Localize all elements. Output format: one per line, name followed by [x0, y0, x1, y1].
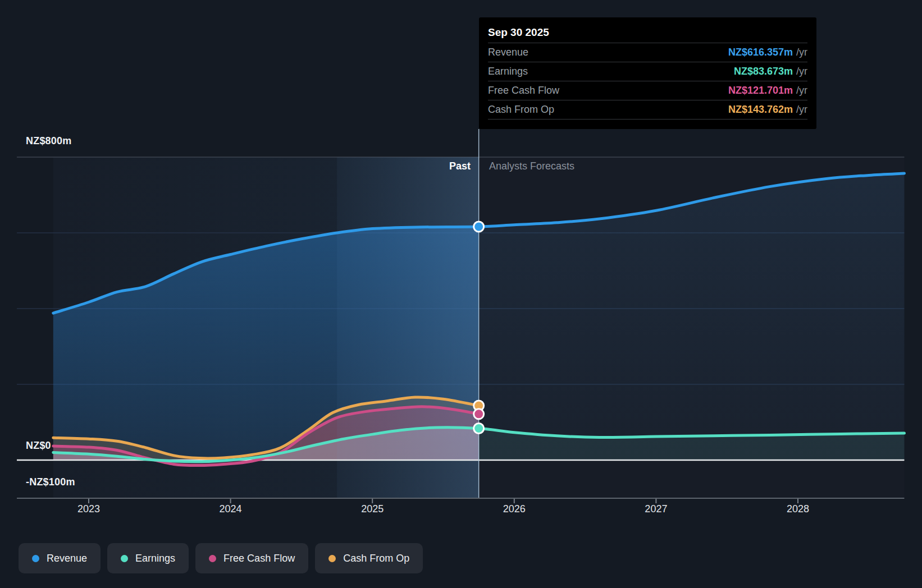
revenue-marker-dot [474, 222, 484, 232]
legend-item-fcf[interactable]: Free Cash Flow [195, 543, 308, 573]
chart-legend: Revenue Earnings Free Cash Flow Cash Fro… [19, 543, 423, 573]
x-tick-2025: 2025 [361, 503, 384, 515]
legend-item-cashfromop[interactable]: Cash From Op [315, 543, 423, 573]
legend-item-revenue[interactable]: Revenue [19, 543, 101, 573]
free_cash_flow-marker-dot [474, 409, 484, 419]
x-tick-2023: 2023 [77, 503, 100, 515]
tooltip-row-cashfromop: Cash From Op NZ$143.762m/yr [488, 100, 807, 120]
x-tick-2026: 2026 [503, 503, 526, 515]
tooltip-fcf-value: NZ$121.701m [728, 85, 793, 96]
x-tick-2028: 2028 [787, 503, 809, 515]
legend-label-earnings: Earnings [135, 553, 175, 564]
tooltip-date: Sep 30 2025 [488, 23, 807, 43]
forecast-section-label: Analysts Forecasts [489, 160, 574, 172]
tooltip-cashfromop-value: NZ$143.762m [728, 104, 793, 115]
past-section-label: Past [393, 160, 471, 172]
tooltip-row-revenue: Revenue NZ$616.357m/yr [488, 43, 807, 62]
tooltip-earnings-value: NZ$83.673m [734, 66, 793, 77]
x-tick-2024: 2024 [220, 503, 242, 515]
y-axis-label-zero: NZ$0 [26, 440, 51, 452]
hover-tooltip: Sep 30 2025 Revenue NZ$616.357m/yr Earni… [479, 17, 816, 129]
tooltip-revenue-value: NZ$616.357m [728, 47, 793, 58]
y-axis-label-neg100m: -NZ$100m [26, 476, 75, 488]
earnings-marker-dot [474, 424, 484, 434]
cashfromop-legend-dot-icon [328, 555, 336, 562]
last-year-highlight-band [337, 157, 479, 498]
y-axis-label-800m: NZ$800m [26, 135, 71, 147]
tooltip-row-earnings: Earnings NZ$83.673m/yr [488, 62, 807, 81]
legend-label-cashfromop: Cash From Op [343, 553, 409, 564]
revenue-legend-dot-icon [32, 555, 39, 562]
legend-label-revenue: Revenue [47, 553, 87, 564]
legend-label-fcf: Free Cash Flow [223, 553, 295, 564]
tooltip-row-fcf: Free Cash Flow NZ$121.701m/yr [488, 81, 807, 100]
fcf-legend-dot-icon [209, 555, 216, 562]
x-tick-2027: 2027 [645, 503, 667, 515]
legend-item-earnings[interactable]: Earnings [107, 543, 189, 573]
earnings-legend-dot-icon [121, 555, 128, 562]
